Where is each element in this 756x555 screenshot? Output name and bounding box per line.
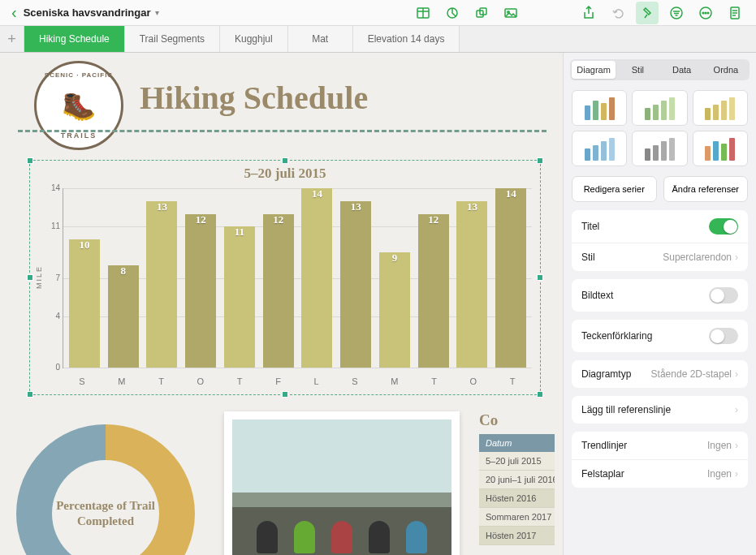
donut-chart[interactable]: Percentage of Trail Completed [16,424,195,555]
option-chart-type[interactable]: Diagramtyp Stående 2D-stapel› [572,360,748,388]
tab-mat[interactable]: Mat [288,26,353,52]
chevron-right-icon: › [735,252,738,263]
table-row[interactable]: Hösten 2016 [479,489,555,508]
table-row[interactable]: 20 juni–1 juli 2016 [479,471,555,489]
x-axis-labels: SMTOTFLSMTOT [63,376,532,386]
option-label: Stil [581,252,595,263]
tab-kugghjul[interactable]: Kugghjul [220,26,288,52]
chart-style-2[interactable] [632,90,687,126]
chart-bar[interactable]: 10 [69,239,100,368]
resize-handle[interactable] [282,391,288,398]
hiker-icon: 🥾 [62,89,96,122]
canvas[interactable]: SCENIC · PACIFIC 🥾 TRAILS Hiking Schedul… [0,53,563,555]
seg-ordna[interactable]: Ordna [704,61,748,79]
resize-handle[interactable] [27,274,33,281]
chart-style-3[interactable] [693,90,748,126]
chevron-right-icon: › [735,468,738,480]
svg-point-15 [707,12,709,14]
chart-bar[interactable]: 9 [379,252,410,368]
chart-bar[interactable]: 13 [340,201,371,368]
table-row[interactable]: 5–20 juli 2015 [479,452,555,471]
seg-diagram[interactable]: Diagram [572,61,616,79]
title-toggle[interactable] [709,218,738,234]
option-title[interactable]: Titel [572,210,748,243]
chart-bar[interactable]: 12 [418,214,449,368]
tab-elevation[interactable]: Elevation 14 days [353,26,460,52]
chart-style-1[interactable] [572,90,627,126]
option-reference-line[interactable]: Lägg till referenslinje › [572,396,748,424]
chart-bar[interactable]: 14 [495,188,526,368]
format-brush-icon[interactable] [636,2,659,24]
style-value: Superclarendon [663,252,732,263]
table-icon[interactable] [412,2,434,24]
photo[interactable] [224,411,460,555]
mini-table[interactable]: Co Datum 5–20 juli 2015 20 juni–1 juli 2… [479,411,555,545]
option-legend[interactable]: Teckenförklaring [572,320,748,352]
chart-bar[interactable]: 12 [185,214,216,368]
trend-value: Ingen [707,440,732,451]
more-icon[interactable] [694,2,717,24]
resize-handle[interactable] [537,391,543,398]
chart-bar[interactable]: 14 [301,188,332,368]
share-icon[interactable] [577,2,600,24]
legend-toggle[interactable] [709,328,738,344]
table-row[interactable]: Sommaren 2017 [479,508,555,527]
option-caption[interactable]: Bildtext [572,279,748,312]
table-row[interactable]: Hösten 2017 [479,527,555,545]
x-tick-label: S [79,376,84,386]
chart-bar[interactable]: 13 [146,201,177,368]
x-tick-label: M [391,376,398,386]
back-button[interactable]: ‹ [6,3,22,22]
bar-chart[interactable]: 5–20 juli 2015 MILE 04711141081312111214… [29,160,541,395]
doc-dropdown-icon[interactable]: ▾ [152,8,159,17]
y-axis-label: MILE [35,265,43,289]
shape-icon[interactable] [470,2,493,24]
chart-type-value: Stående 2D-stapel [651,368,732,380]
seg-data[interactable]: Data [660,61,704,79]
resize-handle[interactable] [27,157,33,164]
chart-bar[interactable]: 8 [108,265,139,368]
resize-handle[interactable] [537,157,543,164]
document-title[interactable]: Sceniska havsvandringar [22,6,153,19]
option-label: Titel [581,221,599,232]
option-trendlines[interactable]: Trendlinjer Ingen› [572,432,748,460]
tab-hiking-schedule[interactable]: Hiking Schedule [24,26,125,52]
donut-label: Percentage of Trail Completed [52,460,159,555]
media-icon[interactable] [499,2,522,24]
page-title: Hiking Schedule [140,79,368,117]
chart-bar[interactable]: 11 [224,226,255,368]
x-tick-label: T [510,376,516,386]
option-style[interactable]: Stil Superclarendon› [572,243,748,271]
chart-icon[interactable] [441,2,464,24]
option-label: Teckenförklaring [581,330,652,342]
x-tick-label: L [314,376,319,386]
option-label: Bildtext [581,290,613,301]
chart-style-5[interactable] [632,131,687,166]
chart-style-4[interactable] [572,131,627,166]
add-sheet-button[interactable]: + [0,26,24,52]
tab-trail-segments[interactable]: Trail Segments [125,26,220,52]
edit-references-button[interactable]: Ändra referenser [663,176,749,202]
mini-table-header: Datum [479,434,555,452]
option-error-bars[interactable]: Felstaplar Ingen› [572,460,748,488]
resize-handle[interactable] [282,157,288,164]
chevron-right-icon: › [735,404,738,415]
filter-icon[interactable] [665,2,688,24]
resize-handle[interactable] [537,274,543,281]
x-tick-label: T [237,376,243,386]
divider-line [18,130,546,132]
seg-stil[interactable]: Stil [616,61,659,79]
logo-text-top: SCENIC · PACIFIC [45,71,113,79]
svg-point-14 [705,12,706,14]
edit-series-button[interactable]: Redigera serier [572,176,657,202]
caption-toggle[interactable] [709,287,738,303]
undo-icon[interactable] [607,2,629,24]
document-icon[interactable] [724,2,746,24]
resize-handle[interactable] [27,391,33,398]
chart-bar[interactable]: 13 [456,201,487,368]
chart-bar[interactable]: 12 [263,214,294,368]
option-label: Lägg till referenslinje [581,404,671,415]
sidebar-segments: Diagram Stil Data Ordna [570,59,750,80]
chevron-right-icon: › [735,368,738,380]
chart-style-6[interactable] [693,131,748,166]
